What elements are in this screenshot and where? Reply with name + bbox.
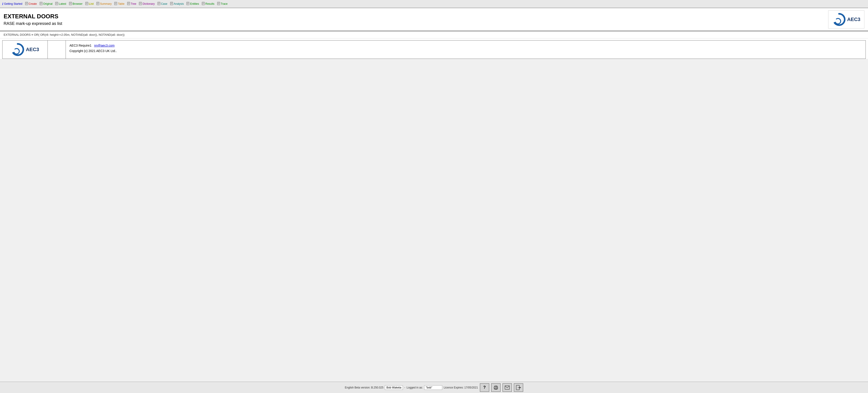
case-icon bbox=[157, 2, 160, 6]
trace-label: Trace bbox=[221, 2, 227, 5]
case-label: Case bbox=[161, 2, 167, 5]
create-label: Create bbox=[29, 2, 37, 5]
navigation-bar: iGetting StartedCreateOriginalLatestBrow… bbox=[0, 0, 868, 8]
nav-item-tree[interactable]: Tree bbox=[126, 1, 137, 6]
analysis-icon bbox=[170, 2, 173, 6]
getting-started-label: Getting Started bbox=[4, 2, 22, 5]
table-col-logo: AEC3 bbox=[2, 40, 48, 59]
company-info: AEC3 Require1 nn@aec3.com bbox=[69, 44, 862, 47]
nav-item-case[interactable]: Case bbox=[156, 1, 169, 6]
formula-line: EXTERNAL DOORS ≡ OR( OR(r8: height>=2.05… bbox=[0, 31, 868, 38]
aec3-table-logo-graphic bbox=[11, 43, 25, 56]
company-email[interactable]: nn@aec3.com bbox=[94, 44, 115, 47]
tree-label: Tree bbox=[131, 2, 136, 5]
nav-item-latest[interactable]: Latest bbox=[54, 1, 68, 6]
latest-icon bbox=[55, 2, 58, 6]
browser-label: Browser bbox=[73, 2, 83, 5]
browser-icon bbox=[69, 2, 72, 6]
page-body: EXTERNAL DOORS RASE mark-up expressed as… bbox=[0, 8, 868, 74]
table-col-empty bbox=[48, 40, 66, 59]
nav-item-original[interactable]: Original bbox=[38, 1, 54, 6]
nav-item-dictionary[interactable]: Dictionary bbox=[137, 1, 156, 6]
original-icon bbox=[39, 2, 42, 6]
main-content: EXTERNAL DOORS RASE mark-up expressed as… bbox=[0, 8, 868, 59]
list-label: List bbox=[89, 2, 94, 5]
dictionary-label: Dictionary bbox=[143, 2, 155, 5]
aec3-logo: AEC3 bbox=[832, 13, 861, 26]
aec3-logo-graphic bbox=[832, 13, 846, 26]
nav-item-results[interactable]: Results bbox=[200, 1, 216, 6]
latest-label: Latest bbox=[59, 2, 66, 5]
table-col-info: AEC3 Require1 nn@aec3.com Copyright (c) … bbox=[66, 40, 866, 59]
page-subtitle: RASE mark-up expressed as list bbox=[4, 21, 62, 26]
summary-icon bbox=[96, 2, 99, 6]
nav-item-browser[interactable]: Browser bbox=[68, 1, 84, 6]
info-icon: i bbox=[2, 2, 3, 6]
table-label: Table bbox=[118, 2, 124, 5]
table-icon bbox=[114, 2, 117, 6]
analysis-label: Analysis bbox=[174, 2, 184, 5]
header-logo: AEC3 bbox=[828, 10, 864, 29]
create-icon bbox=[25, 2, 28, 6]
page-title: EXTERNAL DOORS bbox=[4, 13, 62, 20]
nav-item-summary[interactable]: Summary bbox=[95, 1, 113, 6]
entities-icon bbox=[186, 2, 189, 6]
trace-icon bbox=[217, 2, 220, 6]
tree-icon bbox=[127, 2, 130, 6]
nav-item-entities[interactable]: Entities bbox=[185, 1, 200, 6]
nav-item-table[interactable]: Table bbox=[113, 1, 126, 6]
original-label: Original bbox=[43, 2, 53, 5]
nav-item-create[interactable]: Create bbox=[24, 1, 38, 6]
nav-item-list[interactable]: List bbox=[84, 1, 95, 6]
company-name: AEC3 Require1 bbox=[69, 44, 91, 47]
results-icon bbox=[202, 2, 205, 6]
aec3-logo-text: AEC3 bbox=[847, 17, 861, 22]
content-table: AEC3 AEC3 Require1 nn@aec3.com Copyright… bbox=[2, 40, 866, 59]
aec3-table-logo: AEC3 bbox=[11, 43, 39, 56]
copyright-text: Copyright (c) 2021 AEC3 UK Ltd.. bbox=[69, 49, 862, 53]
list-icon bbox=[85, 2, 88, 6]
header-section: EXTERNAL DOORS RASE mark-up expressed as… bbox=[0, 8, 868, 31]
entities-label: Entities bbox=[190, 2, 199, 5]
header-text: EXTERNAL DOORS RASE mark-up expressed as… bbox=[4, 13, 62, 26]
nav-item-trace[interactable]: Trace bbox=[216, 1, 229, 6]
results-label: Results bbox=[206, 2, 214, 5]
aec3-table-logo-text: AEC3 bbox=[26, 47, 39, 53]
nav-item-getting-started[interactable]: iGetting Started bbox=[1, 2, 24, 6]
summary-label: Summary bbox=[100, 2, 112, 5]
formula-text: EXTERNAL DOORS ≡ OR( OR(r8: height>=2.05… bbox=[4, 33, 125, 36]
nav-item-analysis[interactable]: Analysis bbox=[169, 1, 185, 6]
dictionary-icon bbox=[139, 2, 142, 6]
